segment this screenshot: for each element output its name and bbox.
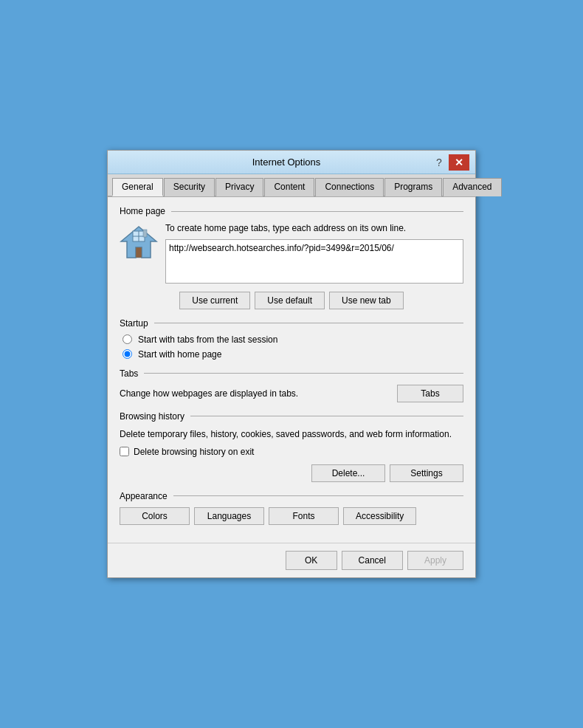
startup-option1[interactable]: Start with tabs from the last session [123,334,463,345]
svg-rect-4 [136,247,142,258]
accessibility-button[interactable]: Accessibility [343,507,416,525]
appearance-buttons: Colors Languages Fonts Accessibility [120,507,463,525]
startup-option2[interactable]: Start with home page [123,349,463,360]
delete-buttons: Delete... Settings [120,464,463,482]
settings-button[interactable]: Settings [390,464,463,482]
appearance-label: Appearance [120,491,463,501]
internet-options-dialog: Internet Options ? ✕ General Security Pr… [107,150,476,578]
home-page-right: To create home page tabs, type each addr… [165,222,463,286]
apply-button[interactable]: Apply [407,551,463,570]
dialog-footer: OK Cancel Apply [108,543,475,577]
browsing-history-description: Delete temporary files, history, cookies… [120,427,463,441]
dialog-title: Internet Options [140,157,432,168]
title-bar: Internet Options ? ✕ [108,151,475,174]
languages-button[interactable]: Languages [194,507,264,525]
tabs-section-row: Change how webpages are displayed in tab… [120,385,463,402]
tab-advanced[interactable]: Advanced [443,178,501,196]
home-page-url-input[interactable] [165,239,463,284]
house-icon [120,222,158,261]
help-icon[interactable]: ? [432,156,446,169]
use-current-button[interactable]: Use current [179,292,250,309]
home-page-row: To create home page tabs, type each addr… [120,222,463,286]
svg-rect-5 [143,230,147,237]
home-page-buttons: Use current Use default Use new tab [120,292,463,309]
startup-radio2[interactable] [123,349,132,359]
tab-bar: General Security Privacy Content Connect… [108,174,475,197]
startup-option1-label: Start with tabs from the last session [138,334,277,345]
title-bar-controls: ? ✕ [432,154,469,171]
startup-option2-label: Start with home page [138,349,221,360]
ok-button[interactable]: OK [286,551,337,570]
tabs-button[interactable]: Tabs [397,385,463,402]
tab-programs[interactable]: Programs [384,178,442,196]
tab-content[interactable]: Content [264,178,314,196]
appearance-section: Appearance Colors Languages Fonts Access… [120,491,463,525]
colors-button[interactable]: Colors [120,507,190,525]
home-page-section: Home page To create home page tabs, type… [120,206,463,309]
tab-connections[interactable]: Connections [315,178,384,196]
startup-options: Start with tabs from the last session St… [123,334,463,360]
tab-privacy[interactable]: Privacy [215,178,263,196]
tab-content-area: Home page To create home page tabs, type… [108,197,475,543]
cancel-button[interactable]: Cancel [342,551,403,570]
tabs-section-description: Change how webpages are displayed in tab… [120,388,298,399]
tabs-section: Tabs Change how webpages are displayed i… [120,368,463,402]
home-page-label: Home page [120,206,463,216]
tab-security[interactable]: Security [164,178,215,196]
use-new-tab-button[interactable]: Use new tab [329,292,404,309]
startup-label: Startup [120,318,463,329]
browsing-history-section: Browsing history Delete temporary files,… [120,411,463,482]
tab-general[interactable]: General [112,178,163,196]
startup-radio1[interactable] [123,334,132,344]
fonts-button[interactable]: Fonts [269,507,339,525]
delete-history-checkbox[interactable] [120,447,129,456]
tabs-section-label: Tabs [120,368,463,379]
startup-section: Startup Start with tabs from the last se… [120,318,463,360]
browsing-history-label: Browsing history [120,411,463,422]
close-button[interactable]: ✕ [449,154,469,171]
delete-checkbox-row: Delete browsing history on exit [120,447,463,457]
use-default-button[interactable]: Use default [255,292,325,309]
delete-button[interactable]: Delete... [311,464,385,482]
home-page-description: To create home page tabs, type each addr… [165,222,463,235]
delete-history-label: Delete browsing history on exit [134,447,254,457]
